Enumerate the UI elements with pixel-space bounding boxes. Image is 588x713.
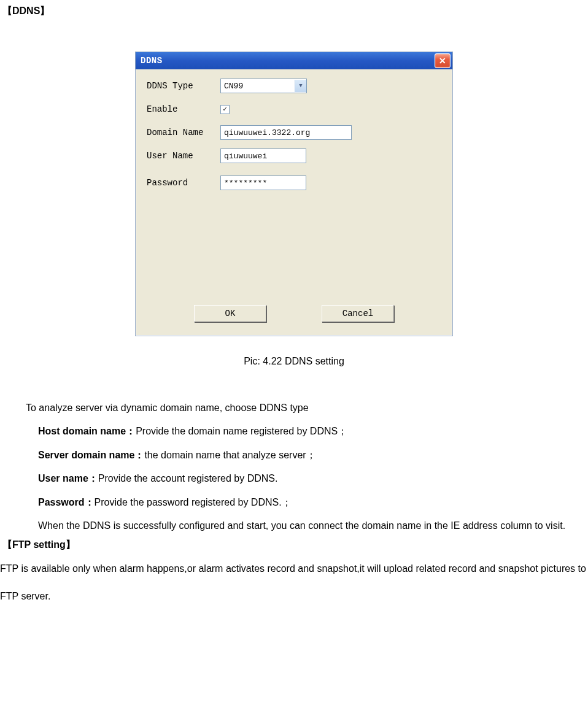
figure-caption: Pic: 4.22 DDNS setting (0, 356, 588, 367)
label-username: User Name (147, 151, 220, 161)
close-icon: ✕ (439, 56, 446, 66)
def-server: Server domain name：the domain name that … (38, 444, 588, 467)
ddns-dialog: DDNS ✕ DDNS Type CN99 ▼ Enable ✓ Domain (135, 52, 453, 336)
close-button[interactable]: ✕ (435, 53, 451, 68)
intro-line: To analyze server via dynamic domain nam… (26, 396, 588, 420)
def-host-text: Provide the domain name registered by DD… (136, 426, 347, 436)
row-username: User Name qiuwuuwei (147, 148, 441, 164)
dialog-titlebar: DDNS ✕ (136, 52, 452, 69)
dialog-body: DDNS Type CN99 ▼ Enable ✓ Domain Name qi… (136, 69, 452, 207)
domain-name-input[interactable]: qiuwuuwei.3322.org (220, 125, 352, 140)
def-user-label: User name： (38, 473, 98, 484)
dialog-title: DDNS (141, 56, 163, 66)
section-heading-ftp: 【FTP setting】 (2, 539, 588, 552)
ok-button[interactable]: OK (194, 305, 266, 322)
check-icon: ✓ (223, 106, 227, 113)
row-ddns-type: DDNS Type CN99 ▼ (147, 78, 441, 94)
def-user-text: Provide the account registered by DDNS. (98, 473, 278, 484)
success-text: When the DDNS is successfully configured… (38, 520, 565, 531)
ftp-paragraph: FTP is available only when alarm happens… (0, 555, 588, 611)
label-domain: Domain Name (147, 128, 220, 137)
label-enable: Enable (147, 104, 220, 114)
label-ddns-type: DDNS Type (147, 81, 220, 91)
def-server-text: the domain name that analyze server； (144, 450, 315, 460)
def-pass-text: Provide the password registered by DDNS.… (95, 497, 292, 507)
username-value: qiuwuuwei (224, 152, 267, 161)
row-domain: Domain Name qiuwuuwei.3322.org (147, 125, 441, 141)
cancel-button[interactable]: Cancel (322, 305, 394, 322)
row-enable: Enable ✓ (147, 101, 441, 117)
body-text-block: To analyze server via dynamic domain nam… (2, 396, 588, 538)
success-line-start: When the DDNS is successfully configured… (38, 514, 588, 538)
def-user: User name：Provide the account registered… (38, 467, 588, 490)
password-value: ********* (224, 179, 267, 188)
domain-value: qiuwuuwei.3322.org (224, 128, 310, 137)
label-password: Password (147, 178, 220, 188)
def-server-label: Server domain name： (38, 450, 144, 460)
def-pass: Password：Provide the password registered… (38, 491, 588, 514)
user-name-input[interactable]: qiuwuuwei (220, 148, 306, 163)
def-host-label: Host domain name： (38, 426, 136, 436)
ddns-type-dropdown[interactable]: CN99 ▼ (220, 79, 307, 93)
password-input[interactable]: ********* (220, 175, 306, 190)
def-host: Host domain name：Provide the domain name… (38, 420, 588, 443)
def-pass-label: Password： (38, 497, 95, 507)
dialog-buttons: OK Cancel (136, 305, 452, 322)
dropdown-value: CN99 (224, 82, 243, 91)
row-password: Password ********* (147, 175, 441, 191)
enable-checkbox[interactable]: ✓ (220, 105, 230, 114)
chevron-down-icon: ▼ (295, 80, 306, 92)
section-heading-ddns: 【DDNS】 (2, 5, 588, 18)
